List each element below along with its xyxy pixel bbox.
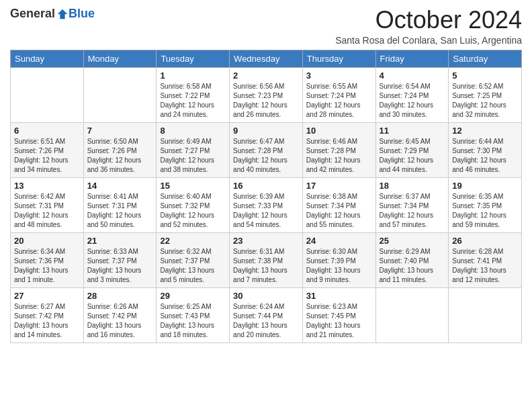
table-row: 25Sunrise: 6:29 AM Sunset: 7:40 PM Dayli… [375, 232, 449, 287]
table-row: 26Sunrise: 6:28 AM Sunset: 7:41 PM Dayli… [449, 232, 522, 287]
day-number: 22 [160, 236, 226, 246]
table-row: 20Sunrise: 6:34 AM Sunset: 7:36 PM Dayli… [11, 232, 84, 287]
day-number: 15 [160, 181, 226, 191]
location-subtitle: Santa Rosa del Conlara, San Luis, Argent… [335, 35, 522, 46]
day-number: 11 [380, 126, 445, 136]
header: General Blue October 2024 Santa Rosa del… [10, 7, 522, 46]
day-number: 1 [160, 71, 226, 81]
day-number: 9 [233, 126, 299, 136]
day-info: Sunrise: 6:32 AM Sunset: 7:37 PM Dayligh… [160, 247, 226, 285]
table-row: 21Sunrise: 6:33 AM Sunset: 7:37 PM Dayli… [83, 232, 157, 287]
calendar-row-1: 1Sunrise: 6:58 AM Sunset: 7:22 PM Daylig… [11, 67, 522, 122]
day-info: Sunrise: 6:44 AM Sunset: 7:30 PM Dayligh… [452, 137, 518, 175]
logo-general-text: General [10, 7, 55, 21]
day-info: Sunrise: 6:28 AM Sunset: 7:41 PM Dayligh… [452, 247, 518, 285]
table-row: 4Sunrise: 6:54 AM Sunset: 7:24 PM Daylig… [375, 67, 449, 122]
day-info: Sunrise: 6:25 AM Sunset: 7:43 PM Dayligh… [160, 302, 226, 340]
month-title: October 2024 [335, 7, 522, 34]
col-thursday: Thursday [302, 50, 375, 67]
day-info: Sunrise: 6:51 AM Sunset: 7:26 PM Dayligh… [14, 137, 80, 175]
table-row: 3Sunrise: 6:55 AM Sunset: 7:24 PM Daylig… [302, 67, 375, 122]
day-number: 14 [87, 181, 153, 191]
day-info: Sunrise: 6:45 AM Sunset: 7:29 PM Dayligh… [380, 137, 445, 175]
day-number: 30 [233, 291, 299, 301]
day-info: Sunrise: 6:23 AM Sunset: 7:45 PM Dayligh… [306, 302, 372, 340]
logo: General Blue [10, 7, 95, 21]
day-number: 19 [452, 181, 518, 191]
calendar-row-2: 6Sunrise: 6:51 AM Sunset: 7:26 PM Daylig… [11, 122, 522, 177]
table-row: 29Sunrise: 6:25 AM Sunset: 7:43 PM Dayli… [157, 287, 230, 342]
day-number: 23 [233, 236, 299, 246]
col-tuesday: Tuesday [157, 50, 230, 67]
table-row: 17Sunrise: 6:38 AM Sunset: 7:34 PM Dayli… [302, 177, 375, 232]
day-number: 21 [87, 236, 153, 246]
day-info: Sunrise: 6:49 AM Sunset: 7:27 PM Dayligh… [160, 137, 226, 175]
header-row: Sunday Monday Tuesday Wednesday Thursday… [11, 50, 522, 67]
table-row: 1Sunrise: 6:58 AM Sunset: 7:22 PM Daylig… [157, 67, 230, 122]
table-row: 6Sunrise: 6:51 AM Sunset: 7:26 PM Daylig… [11, 122, 84, 177]
day-number: 6 [14, 126, 80, 136]
day-info: Sunrise: 6:56 AM Sunset: 7:23 PM Dayligh… [233, 82, 299, 120]
day-info: Sunrise: 6:39 AM Sunset: 7:33 PM Dayligh… [233, 192, 299, 230]
table-row: 12Sunrise: 6:44 AM Sunset: 7:30 PM Dayli… [449, 122, 522, 177]
day-number: 12 [452, 126, 518, 136]
day-number: 13 [14, 181, 80, 191]
table-row: 15Sunrise: 6:40 AM Sunset: 7:32 PM Dayli… [157, 177, 230, 232]
day-info: Sunrise: 6:55 AM Sunset: 7:24 PM Dayligh… [306, 82, 372, 120]
col-friday: Friday [375, 50, 449, 67]
table-row: 2Sunrise: 6:56 AM Sunset: 7:23 PM Daylig… [230, 67, 303, 122]
table-row: 7Sunrise: 6:50 AM Sunset: 7:26 PM Daylig… [83, 122, 157, 177]
day-info: Sunrise: 6:52 AM Sunset: 7:25 PM Dayligh… [452, 82, 518, 120]
day-number: 26 [452, 236, 518, 246]
logo-icon [56, 8, 69, 20]
day-info: Sunrise: 6:40 AM Sunset: 7:32 PM Dayligh… [160, 192, 226, 230]
col-saturday: Saturday [449, 50, 522, 67]
table-row: 19Sunrise: 6:35 AM Sunset: 7:35 PM Dayli… [449, 177, 522, 232]
title-section: October 2024 Santa Rosa del Conlara, San… [335, 7, 522, 46]
day-info: Sunrise: 6:50 AM Sunset: 7:26 PM Dayligh… [87, 137, 153, 175]
day-number: 20 [14, 236, 80, 246]
day-number: 28 [87, 291, 153, 301]
day-info: Sunrise: 6:46 AM Sunset: 7:28 PM Dayligh… [306, 137, 372, 175]
table-row: 14Sunrise: 6:41 AM Sunset: 7:31 PM Dayli… [83, 177, 157, 232]
day-info: Sunrise: 6:37 AM Sunset: 7:34 PM Dayligh… [380, 192, 445, 230]
logo-blue-text: Blue [69, 7, 95, 21]
table-row: 11Sunrise: 6:45 AM Sunset: 7:29 PM Dayli… [375, 122, 449, 177]
day-number: 25 [380, 236, 445, 246]
day-number: 18 [380, 181, 445, 191]
table-row [449, 287, 522, 342]
day-info: Sunrise: 6:30 AM Sunset: 7:39 PM Dayligh… [306, 247, 372, 285]
table-row: 10Sunrise: 6:46 AM Sunset: 7:28 PM Dayli… [302, 122, 375, 177]
day-info: Sunrise: 6:27 AM Sunset: 7:42 PM Dayligh… [14, 302, 80, 340]
col-monday: Monday [83, 50, 157, 67]
day-number: 8 [160, 126, 226, 136]
day-info: Sunrise: 6:54 AM Sunset: 7:24 PM Dayligh… [380, 82, 445, 120]
col-sunday: Sunday [11, 50, 84, 67]
table-row: 16Sunrise: 6:39 AM Sunset: 7:33 PM Dayli… [230, 177, 303, 232]
day-info: Sunrise: 6:29 AM Sunset: 7:40 PM Dayligh… [380, 247, 445, 285]
day-number: 17 [306, 181, 372, 191]
table-row: 8Sunrise: 6:49 AM Sunset: 7:27 PM Daylig… [157, 122, 230, 177]
table-row: 18Sunrise: 6:37 AM Sunset: 7:34 PM Dayli… [375, 177, 449, 232]
svg-marker-0 [58, 9, 67, 18]
day-info: Sunrise: 6:26 AM Sunset: 7:42 PM Dayligh… [87, 302, 153, 340]
day-number: 4 [380, 71, 445, 81]
table-row: 23Sunrise: 6:31 AM Sunset: 7:38 PM Dayli… [230, 232, 303, 287]
table-row: 9Sunrise: 6:47 AM Sunset: 7:28 PM Daylig… [230, 122, 303, 177]
day-number: 2 [233, 71, 299, 81]
table-row [375, 287, 449, 342]
day-number: 5 [452, 71, 518, 81]
day-info: Sunrise: 6:31 AM Sunset: 7:38 PM Dayligh… [233, 247, 299, 285]
table-row: 30Sunrise: 6:24 AM Sunset: 7:44 PM Dayli… [230, 287, 303, 342]
table-row [11, 67, 84, 122]
col-wednesday: Wednesday [230, 50, 303, 67]
table-row: 13Sunrise: 6:42 AM Sunset: 7:31 PM Dayli… [11, 177, 84, 232]
day-number: 7 [87, 126, 153, 136]
day-info: Sunrise: 6:47 AM Sunset: 7:28 PM Dayligh… [233, 137, 299, 175]
day-info: Sunrise: 6:41 AM Sunset: 7:31 PM Dayligh… [87, 192, 153, 230]
calendar-row-4: 20Sunrise: 6:34 AM Sunset: 7:36 PM Dayli… [11, 232, 522, 287]
day-info: Sunrise: 6:42 AM Sunset: 7:31 PM Dayligh… [14, 192, 80, 230]
day-number: 16 [233, 181, 299, 191]
day-info: Sunrise: 6:35 AM Sunset: 7:35 PM Dayligh… [452, 192, 518, 230]
table-row: 28Sunrise: 6:26 AM Sunset: 7:42 PM Dayli… [83, 287, 157, 342]
